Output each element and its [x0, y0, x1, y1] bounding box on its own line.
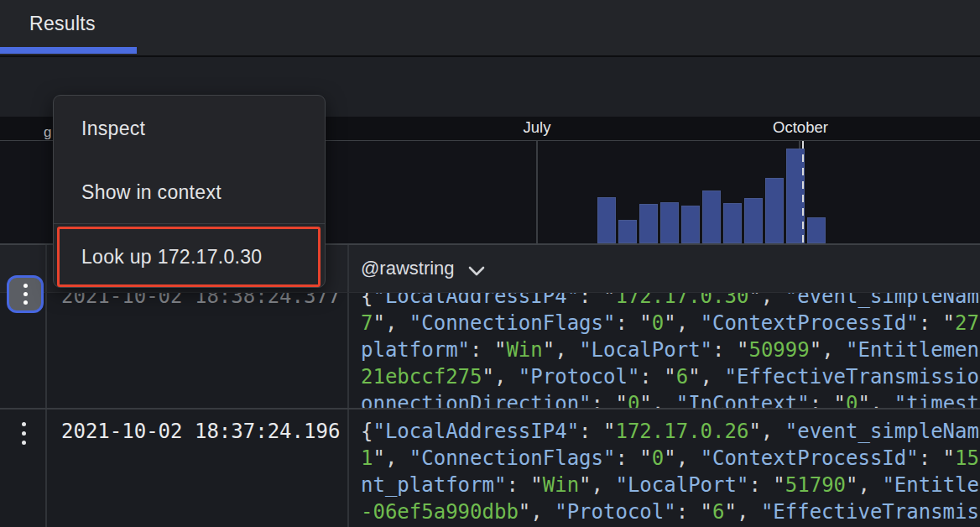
- histogram-bar[interactable]: [807, 217, 826, 243]
- rawstring-line: nt_platform": "Win", "LocalPort": "51790…: [361, 472, 979, 498]
- timestamp-cell: 2021-10-02 18:38:24.377: [61, 292, 340, 310]
- rawstring-line: onnectionDirection": "0", "InContext": "…: [361, 390, 979, 410]
- time-axis-label-july: July: [524, 118, 551, 137]
- menu-separator: [54, 223, 325, 224]
- rawstring-line: -06ef5a990dbb", "Protocol": "6", "Effect…: [361, 498, 979, 525]
- column-header-rawstring-label: @rawstring: [361, 258, 455, 279]
- results-panel: Results g July October @rawstring 2021: [0, 0, 980, 527]
- histogram-bar[interactable]: [744, 198, 763, 243]
- rawstring-line: 1", "ConnectionFlags": "0", "ContextProc…: [361, 445, 979, 472]
- row-options-button[interactable]: [17, 420, 30, 446]
- time-axis-partial-label: g: [44, 124, 51, 141]
- rawstring-line: platform": "Win", "LocalPort": "50999", …: [361, 337, 979, 363]
- rawstring-line: {"LocalAddressIP4": "172.17.0.26", "even…: [361, 418, 979, 445]
- histogram-bar[interactable]: [639, 204, 658, 243]
- histogram-bar[interactable]: [597, 197, 616, 243]
- kebab-icon: [22, 422, 26, 426]
- column-divider: [45, 245, 47, 292]
- time-axis-label-october: October: [773, 118, 828, 137]
- histogram-bar[interactable]: [618, 220, 637, 243]
- dashed-time-marker: [802, 141, 804, 243]
- active-tab-underline: [0, 47, 137, 54]
- histogram-bar[interactable]: [660, 202, 679, 243]
- rawstring-line: {"LocalAddressIP4": "172.17.0.30", "even…: [361, 292, 979, 310]
- row-options-button-active[interactable]: [7, 275, 44, 313]
- column-divider: [347, 245, 349, 292]
- column-header-rawstring[interactable]: @rawstring: [361, 256, 485, 281]
- kebab-icon: [23, 284, 28, 288]
- tab-bar: Results: [0, 0, 980, 57]
- column-divider: [347, 410, 349, 527]
- time-gridline-july: [536, 141, 538, 243]
- histogram-bar[interactable]: [702, 190, 721, 243]
- menu-item-inspect[interactable]: Inspect: [54, 117, 325, 141]
- histogram-bar[interactable]: [681, 206, 700, 243]
- chevron-down-icon[interactable]: [468, 259, 485, 281]
- timestamp-cell: 2021-10-02 18:37:24.196: [61, 418, 340, 445]
- context-menu: Inspect Show in context Look up 172.17.0…: [53, 95, 326, 288]
- menu-item-show-in-context[interactable]: Show in context: [54, 181, 325, 205]
- column-divider: [45, 292, 47, 408]
- table-row[interactable]: 2021-10-02 18:38:24.377 {"LocalAddressIP…: [0, 292, 980, 410]
- rawstring-line: 21ebccf275", "Protocol": "6", "Effective…: [361, 363, 979, 390]
- menu-item-look-up-ip[interactable]: Look up 172.17.0.30: [54, 246, 325, 269]
- table-row[interactable]: 2021-10-02 18:37:24.196 {"LocalAddressIP…: [0, 410, 980, 527]
- column-divider: [347, 292, 349, 408]
- tab-results-label: Results: [29, 13, 96, 35]
- histogram-bar[interactable]: [723, 203, 742, 243]
- column-divider: [45, 410, 47, 527]
- histogram-bar[interactable]: [765, 178, 784, 243]
- rawstring-cell: {"LocalAddressIP4": "172.17.0.30", "even…: [361, 292, 979, 410]
- rawstring-cell: {"LocalAddressIP4": "172.17.0.26", "even…: [361, 418, 979, 527]
- rawstring-line: 7", "ConnectionFlags": "0", "ContextProc…: [361, 310, 979, 337]
